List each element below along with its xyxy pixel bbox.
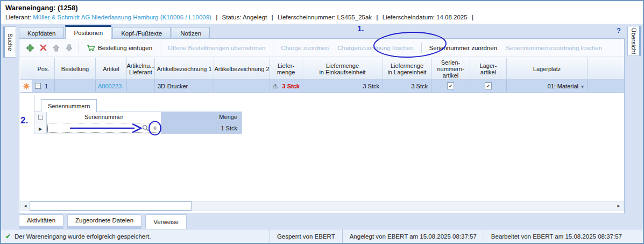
artikel-link[interactable]: A000223	[96, 83, 122, 89]
separator: |	[213, 14, 220, 20]
toolbar-separator	[273, 43, 273, 53]
subgrid-header-row: Seriennummer Menge	[34, 111, 242, 122]
tab-aktivitaeten[interactable]: Aktivitäten	[19, 214, 63, 226]
titlebar: Wareneingang: (1258) Lieferant: Müller &…	[1, 1, 643, 24]
status-message-text: Der Wareneingang wurde erfolgreich gespe…	[15, 233, 151, 240]
column-header-seriennummer[interactable]: Seriennummer	[47, 111, 161, 122]
scroll-right-button[interactable]	[614, 201, 623, 211]
tab-kopfdaten[interactable]: Kopfdaten	[19, 27, 64, 39]
delete-row-button[interactable]	[37, 41, 49, 54]
plus-icon	[26, 44, 34, 52]
lieferscheindatum-text: Lieferscheindatum: 14.08.2025	[383, 14, 468, 20]
column-header-menge[interactable]: Menge	[161, 111, 242, 122]
move-up-button[interactable]	[49, 41, 62, 54]
horizontal-scrollbar[interactable]	[20, 201, 624, 211]
charge-zuordnen-button[interactable]: Charge zuordnen	[277, 41, 333, 54]
menge-cell[interactable]: 1 Stck	[161, 122, 242, 134]
artikelbezeichnung2-cell[interactable]	[214, 80, 270, 93]
artikel-cell[interactable]: A000223	[96, 80, 127, 93]
liefermenge-einkaufseinheit-cell[interactable]: 3 Stck	[302, 80, 383, 93]
tab-positionen[interactable]: Positionen	[65, 25, 111, 39]
arrow-up-icon	[53, 44, 60, 52]
pos-value: 1	[45, 83, 48, 89]
lieferant-label: Lieferant:	[5, 14, 31, 20]
status-text: Status: Angelegt	[222, 14, 267, 20]
tab-verweise[interactable]: Verweise	[145, 214, 187, 229]
artikelbezeichnung1-cell[interactable]: 3D-Drucker	[155, 80, 214, 93]
tab-seriennummern[interactable]: Seriennummern	[41, 99, 97, 112]
column-header-selector	[20, 58, 32, 80]
bestellung-cell[interactable]	[55, 80, 96, 93]
column-header-liefermenge-lagereinheit[interactable]: Liefermenge in Lagereinheit	[383, 58, 431, 80]
liefermenge-lagereinheit-cell[interactable]: 3 Stck	[383, 80, 431, 93]
subrow-indicator-cell	[34, 122, 47, 134]
column-header-liefermenge[interactable]: Liefer- menge	[270, 58, 302, 80]
liefermenge-cell[interactable]: 3 Stck	[270, 80, 302, 93]
column-header-lagerplatz[interactable]: Lagerplatz	[507, 58, 588, 80]
positions-toolbar: Bestellung einfügen Offene Bestellmengen…	[19, 39, 624, 57]
seriennummer-cell[interactable]	[47, 122, 161, 134]
column-header-bestellung[interactable]: Bestellung	[55, 58, 96, 80]
side-tab-uebersicht-label: Übersicht	[631, 28, 637, 54]
seriennummernartikel-checkbox[interactable]	[447, 82, 454, 89]
column-header-artikel[interactable]: Artikel	[96, 58, 127, 80]
collapse-icon[interactable]	[35, 83, 41, 89]
page-title: Wareneingang: (1258)	[5, 4, 78, 12]
move-down-button[interactable]	[62, 41, 75, 54]
column-header-liefermenge-einkaufseinheit[interactable]: Liefermenge in Einkaufseinheit	[302, 58, 383, 80]
side-tab-suche[interactable]: Suche	[3, 26, 16, 58]
pos-cell: 1	[32, 80, 55, 93]
lagerartikel-cell	[470, 80, 507, 93]
separator: |	[373, 14, 380, 20]
modified-row-icon	[23, 83, 30, 89]
artikelnummer-lieferant-cell[interactable]	[127, 80, 155, 93]
scroll-left-button[interactable]	[21, 201, 30, 211]
tab-bar: Kopfdaten Positionen Kopf-/Fußtexte Noti…	[19, 26, 211, 39]
wareneingang-window: Wareneingang: (1258) Lieferant: Müller &…	[0, 0, 644, 244]
seriennummer-row[interactable]: 1 Stck	[34, 122, 242, 134]
seriennummernartikel-cell	[431, 80, 470, 93]
scrollbar-thumb[interactable]	[30, 201, 192, 211]
offene-bestellmengen-button[interactable]: Offene Bestellmengen übernehmen	[164, 41, 270, 54]
lieferant-link[interactable]: Müller & Schmidt AG Niederlassung Hambur…	[33, 14, 211, 20]
seriennummer-zuordnen-button[interactable]: Seriennummer zuordnen	[425, 41, 502, 54]
separator: |	[469, 14, 476, 20]
search-icon[interactable]	[142, 124, 149, 131]
warning-icon	[272, 83, 278, 89]
column-header-seriennummernartikel[interactable]: Serien- nummern- artikel	[431, 58, 470, 80]
add-row-button[interactable]	[24, 41, 37, 54]
row-selector-cell[interactable]	[20, 80, 32, 93]
toolbar-separator	[421, 43, 422, 53]
column-header-artikelbezeichnung2[interactable]: Artikelbezeichnung 2	[214, 58, 270, 80]
tab-kopf-fusstexte[interactable]: Kopf-/Fußtexte	[112, 27, 171, 39]
delete-x-icon	[40, 44, 47, 51]
toolbar-separator	[79, 43, 79, 53]
lagerplatz-value: 01: Material	[547, 83, 578, 89]
chargenzuordnung-loeschen-button[interactable]: Chargenzuordnung löschen	[333, 41, 417, 54]
bottom-tab-bar: Aktivitäten Zugeordnete Dateien Verweise	[19, 214, 190, 229]
tab-notizen[interactable]: Notizen	[172, 27, 210, 39]
header-info-line: Lieferant: Müller & Schmidt AG Niederlas…	[5, 14, 476, 20]
row-filler-cell	[588, 80, 624, 93]
grid-header-row: Pos. Bestellung Artikel Artikelnu... Lie…	[20, 58, 624, 80]
side-tab-suche-label: Suche	[7, 33, 13, 51]
bestellung-einfuegen-button[interactable]: Bestellung einfügen	[82, 41, 157, 54]
lagerartikel-checkbox[interactable]	[485, 82, 492, 89]
side-tab-uebersicht[interactable]: Übersicht	[627, 26, 641, 56]
select-all-cell[interactable]	[34, 111, 47, 122]
tab-zugeordnete-dateien[interactable]: Zugeordnete Dateien	[67, 214, 141, 226]
help-icon[interactable]: ?	[617, 26, 621, 34]
column-header-artikelbezeichnung1[interactable]: Artikelbezeichnung 1	[155, 58, 214, 80]
cart-icon	[87, 44, 95, 52]
seriennummernzuordnung-loeschen-button[interactable]: Seriennummernzuordnung löschen	[501, 41, 606, 54]
column-header-lagerartikel[interactable]: Lager- artikel	[470, 58, 507, 80]
chevron-down-icon[interactable]	[581, 83, 584, 89]
edited-by-text: Bearbeitet von EBERT am 15.08.2025 08:37…	[484, 229, 629, 243]
lagerplatz-cell[interactable]: 01: Material	[507, 80, 588, 93]
column-header-artikelnummer-lieferant[interactable]: Artikelnu... Lieferant	[127, 58, 155, 80]
add-seriennummer-button[interactable]	[151, 124, 159, 132]
position-row-1[interactable]: 1 A000223 3D-Drucker 3 Stck 3 Stck 3 Stc…	[20, 80, 624, 93]
column-header-pos[interactable]: Pos.	[32, 58, 55, 80]
status-message: Der Wareneingang wurde erfolgreich gespe…	[1, 233, 151, 240]
liefermenge-value: 3 Stck	[282, 83, 300, 89]
